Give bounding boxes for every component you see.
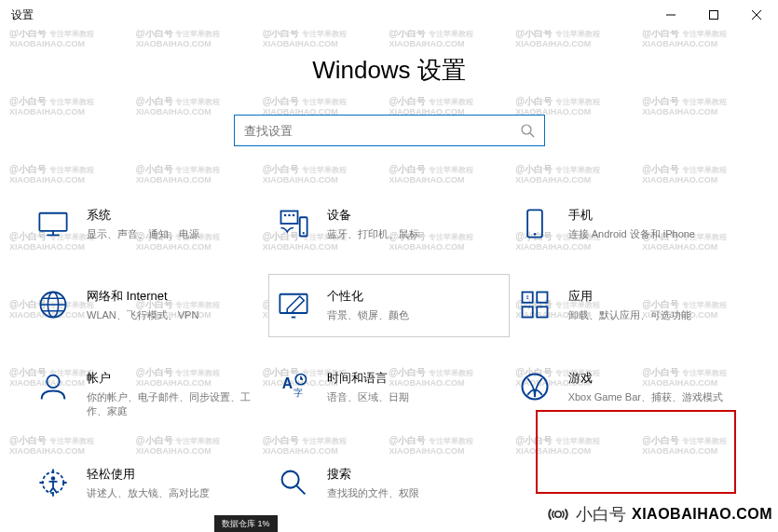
svg-rect-4 [284,214,286,216]
system-icon [36,207,70,240]
window-title: 设置 [11,7,34,23]
brand-text-en: XIAOBAIHAO.COM [632,506,772,523]
category-time[interactable]: A字时间和语言语音、区域、日期 [268,356,509,433]
category-text: 系统显示、声音、通知、电源 [87,207,260,241]
category-desc: 背景、锁屏、颜色 [327,308,500,322]
devices-icon [277,207,310,240]
category-desc: 语音、区域、日期 [327,390,500,404]
brand-text-cn: 小白号 [576,503,626,525]
category-title: 轻松使用 [87,466,260,483]
category-search[interactable]: 搜索查找我的文件、权限 [268,452,509,514]
minimize-button[interactable] [649,0,692,30]
svg-point-26 [555,512,562,518]
svg-rect-0 [710,11,718,20]
category-phone[interactable]: 手机连接 Android 设备和 iPhone [510,193,750,255]
category-desc: 讲述人、放大镜、高对比度 [87,486,260,500]
category-text: 网络和 InternetWLAN、飞行模式、VPN [87,288,260,322]
window-controls [649,0,778,30]
category-title: 网络和 Internet [87,288,260,305]
category-personalization[interactable]: 个性化背景、锁屏、颜色 [268,274,509,336]
category-title: 时间和语言 [327,370,500,387]
category-title: 系统 [87,207,260,224]
category-system[interactable]: 系统显示、声音、通知、电源 [28,193,268,255]
category-text: 手机连接 Android 设备和 iPhone [568,207,742,241]
category-text: 帐户你的帐户、电子邮件、同步设置、工作、家庭 [87,370,260,419]
apps-icon [518,288,552,321]
category-apps[interactable]: 应用卸载、默认应用、可选功能 [510,274,750,336]
content-area: Windows 设置 系统显示、声音、通知、电源设备蓝牙、打印机、鼠标手机连接 … [0,30,778,532]
taskbar-fragment: 数据仓库 1% [214,515,278,532]
svg-rect-5 [289,214,291,216]
svg-rect-15 [537,293,547,303]
svg-rect-6 [293,214,294,216]
brand-logo-icon [546,502,570,526]
category-text: 轻松使用讲述人、放大镜、高对比度 [87,466,260,500]
svg-text:字: 字 [293,388,303,398]
search-box[interactable] [234,115,545,146]
svg-rect-2 [39,213,66,231]
svg-text:A: A [282,375,293,391]
category-desc: 查找我的文件、权限 [327,486,500,500]
personalization-icon [277,288,310,321]
search-icon [277,466,310,499]
phone-icon [518,207,552,240]
category-desc: 你的帐户、电子邮件、同步设置、工作、家庭 [87,390,260,419]
category-desc: 卸载、默认应用、可选功能 [568,308,742,322]
category-gaming[interactable]: 游戏Xbox Game Bar、捕获、游戏模式 [510,356,750,433]
category-text: 个性化背景、锁屏、颜色 [327,288,500,322]
categories-grid: 系统显示、声音、通知、电源设备蓝牙、打印机、鼠标手机连接 Android 设备和… [0,193,778,514]
svg-rect-16 [522,307,532,318]
category-title: 个性化 [327,288,500,305]
settings-window: 设置 Windows 设置 系统显示、声音、通知、电源设备蓝牙、打印机、鼠标手机… [0,0,778,532]
search-container [0,115,778,146]
category-desc: WLAN、飞行模式、VPN [87,308,260,322]
category-devices[interactable]: 设备蓝牙、打印机、鼠标 [268,193,509,255]
svg-point-10 [533,233,536,236]
close-button[interactable] [735,0,778,30]
category-accounts[interactable]: 帐户你的帐户、电子邮件、同步设置、工作、家庭 [28,356,268,433]
category-desc: 显示、声音、通知、电源 [87,227,260,241]
category-network[interactable]: 网络和 InternetWLAN、飞行模式、VPN [28,274,268,336]
svg-rect-3 [281,211,298,225]
svg-point-25 [282,471,299,487]
category-text: 应用卸载、默认应用、可选功能 [568,288,742,322]
category-text: 时间和语言语音、区域、日期 [327,370,500,404]
network-icon [36,288,70,321]
svg-rect-17 [537,307,547,318]
svg-point-1 [522,125,531,134]
category-text: 搜索查找我的文件、权限 [327,466,500,500]
category-title: 搜索 [327,466,500,483]
svg-point-24 [51,476,56,481]
svg-point-8 [303,232,305,234]
category-title: 手机 [568,207,742,224]
category-text: 设备蓝牙、打印机、鼠标 [327,207,500,241]
category-title: 设备 [327,207,500,224]
svg-point-18 [47,375,60,388]
accounts-icon [36,370,70,403]
category-title: 应用 [568,288,742,305]
ease-icon [36,466,70,499]
search-icon [520,123,535,138]
category-title: 帐户 [87,370,260,387]
category-desc: Xbox Game Bar、捕获、游戏模式 [568,390,742,404]
category-desc: 连接 Android 设备和 iPhone [568,227,742,241]
page-title: Windows 设置 [0,54,778,87]
maximize-button[interactable] [692,0,735,30]
svg-rect-14 [522,293,532,303]
category-text: 游戏Xbox Game Bar、捕获、游戏模式 [568,370,742,404]
category-desc: 蓝牙、打印机、鼠标 [327,227,500,241]
time-icon: A字 [277,370,310,403]
brand-stamp: 小白号 XIAOBAIHAO.COM [546,502,772,526]
category-ease[interactable]: 轻松使用讲述人、放大镜、高对比度 [28,452,268,514]
gaming-icon [518,370,552,403]
category-title: 游戏 [568,370,742,387]
titlebar: 设置 [0,0,778,30]
search-input[interactable] [244,124,520,138]
